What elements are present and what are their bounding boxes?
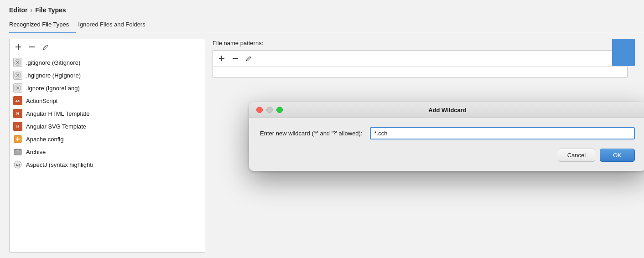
add-file-type-button[interactable] xyxy=(13,42,23,52)
file-icon-archive xyxy=(13,147,22,156)
page-container: Editor › File Types Recognized File Type… xyxy=(0,0,644,258)
svg-rect-11 xyxy=(14,149,21,150)
right-panel: File name patterns: xyxy=(205,39,635,253)
file-type-name: AspectJ (syntax highlighti xyxy=(26,161,93,168)
file-type-name: ActionScript xyxy=(26,98,57,104)
remove-file-type-button[interactable] xyxy=(27,42,37,52)
tab-recognized[interactable]: Recognized File Types xyxy=(9,17,76,33)
window-maximize-button[interactable] xyxy=(276,107,283,113)
svg-rect-12 xyxy=(16,150,19,151)
file-type-name: Apache config xyxy=(26,136,63,143)
main-content: .gitignore (GitIgnore) .hgignore (HgIgno… xyxy=(0,33,644,258)
plus-icon xyxy=(15,44,21,50)
tab-ignored[interactable]: Ignored Files and Folders xyxy=(76,17,152,33)
file-type-name: Angular HTML Template xyxy=(26,110,89,117)
list-item[interactable]: AJ AspectJ (syntax highlighti xyxy=(10,158,205,171)
modal-titlebar: Add Wildcard xyxy=(249,102,644,118)
wildcard-input-row: Enter new wildcard ('*' and '?' allowed)… xyxy=(260,127,635,139)
file-icon-gitignore xyxy=(13,58,22,67)
wildcard-label: Enter new wildcard ('*' and '?' allowed)… xyxy=(260,130,363,137)
modal-buttons: Cancel OK xyxy=(260,149,635,162)
file-icon-apache xyxy=(13,134,22,144)
file-type-name: .hgignore (HgIgnore) xyxy=(26,72,81,79)
list-item[interactable]: .gitignore (GitIgnore) xyxy=(10,56,205,69)
window-minimize-button[interactable] xyxy=(266,107,273,113)
file-icon-ignore xyxy=(13,83,22,93)
ok-button[interactable]: OK xyxy=(600,149,635,162)
file-icon-actionscript: AS xyxy=(13,96,22,105)
list-item[interactable]: Apache config xyxy=(10,133,205,145)
add-wildcard-dialog: Add Wildcard Enter new wildcard ('*' and… xyxy=(249,102,644,171)
file-icon-hgignore xyxy=(13,71,22,80)
file-icon-angular-html: H xyxy=(13,109,22,118)
file-type-name: .gitignore (GitIgnore) xyxy=(26,59,80,66)
svg-text:AJ: AJ xyxy=(16,163,20,167)
list-item[interactable]: AS ActionScript xyxy=(10,94,205,107)
left-panel: .gitignore (GitIgnore) .hgignore (HgIgno… xyxy=(9,39,205,253)
file-type-name: Angular SVG Template xyxy=(26,123,86,130)
list-item[interactable]: .ignore (IgnoreLang) xyxy=(10,82,205,94)
list-item[interactable]: H Angular SVG Template xyxy=(10,120,205,133)
file-type-name: Archive xyxy=(26,149,46,155)
list-item[interactable]: H Angular HTML Template xyxy=(10,107,205,120)
list-item[interactable]: Archive xyxy=(10,145,205,158)
minus-icon xyxy=(29,44,35,50)
left-toolbar xyxy=(10,39,205,55)
file-type-list: .gitignore (GitIgnore) .hgignore (HgIgno… xyxy=(10,55,205,252)
window-close-button[interactable] xyxy=(256,107,263,113)
wildcard-input[interactable] xyxy=(370,127,635,139)
modal-title: Add Wildcard xyxy=(428,107,467,114)
file-type-name: .ignore (IgnoreLang) xyxy=(26,85,80,92)
pencil-icon xyxy=(42,44,49,50)
breadcrumb-separator: › xyxy=(30,6,32,14)
file-icon-angular-svg: H xyxy=(13,122,22,131)
modal-overlay: Add Wildcard Enter new wildcard ('*' and… xyxy=(205,39,635,253)
tabs-bar: Recognized File Types Ignored Files and … xyxy=(0,17,644,33)
breadcrumb: Editor › File Types xyxy=(0,0,644,17)
breadcrumb-editor: Editor xyxy=(9,6,27,14)
edit-file-type-button[interactable] xyxy=(41,42,51,52)
window-controls xyxy=(256,107,283,113)
modal-body: Enter new wildcard ('*' and '?' allowed)… xyxy=(249,118,644,171)
file-icon-aspectj: AJ xyxy=(13,160,22,169)
breadcrumb-file-types: File Types xyxy=(35,6,66,14)
list-item[interactable]: .hgignore (HgIgnore) xyxy=(10,69,205,82)
cancel-button[interactable]: Cancel xyxy=(558,149,595,162)
